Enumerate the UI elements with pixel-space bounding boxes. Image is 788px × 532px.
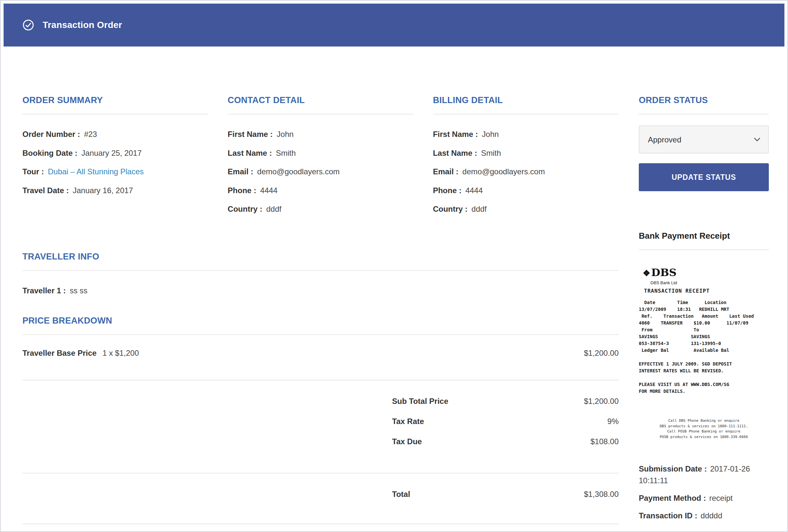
field-value: 4444 bbox=[260, 186, 277, 195]
field-value: 4444 bbox=[466, 186, 483, 195]
total-label: Total bbox=[392, 490, 410, 499]
contact-detail-section: CONTACT DETAIL First Name :John Last Nam… bbox=[228, 95, 413, 222]
travel-date-field: Travel Date :January 16, 2017 bbox=[22, 185, 208, 196]
tour-field: Tour :Dubai – All Stunning Places bbox=[22, 166, 208, 177]
page-title: Transaction Order bbox=[43, 20, 122, 30]
update-status-button[interactable]: UPDATE STATUS bbox=[639, 163, 769, 191]
booking-date-field: Booking Date :January 25, 2017 bbox=[22, 147, 208, 159]
field-label: Last Name : bbox=[433, 149, 477, 157]
field-value: John bbox=[482, 130, 499, 139]
contact-detail-heading: CONTACT DETAIL bbox=[228, 95, 413, 105]
tax-rate-value: 9% bbox=[424, 417, 618, 426]
divider bbox=[22, 270, 618, 271]
field-value: ddddd bbox=[701, 511, 722, 520]
field-label: Tour : bbox=[22, 167, 44, 176]
field-value: Smith bbox=[481, 149, 501, 157]
traveller-1-field: Traveller 1 :ss ss bbox=[22, 285, 618, 296]
tax-rate-row: Tax Rate 9% bbox=[22, 417, 618, 426]
bank-receipt-heading: Bank Payment Receipt bbox=[639, 231, 769, 241]
receipt-body-text: Date Time Location 13/07/2009 18:31 REDH… bbox=[639, 299, 769, 395]
traveller-info-fields: Traveller 1 :ss ss bbox=[22, 285, 618, 296]
field-label: Transaction ID : bbox=[639, 511, 697, 520]
phone-field: Phone :4444 bbox=[228, 185, 413, 196]
field-value: ss ss bbox=[70, 286, 87, 295]
line-item-label: Traveller Base Price bbox=[22, 349, 97, 358]
email-field: Email :demo@goodlayers.com bbox=[433, 166, 618, 177]
payment-method-field: Payment Method :receipt bbox=[639, 492, 769, 504]
bank-receipt-image: ❖ DBS DBS Bank Ltd TRANSACTION RECEIPT D… bbox=[639, 266, 769, 440]
subtotal-value: $1,200.00 bbox=[448, 397, 618, 406]
order-status-heading: ORDER STATUS bbox=[639, 95, 769, 105]
field-label: Email : bbox=[433, 167, 459, 176]
order-summary-fields: Order Number :#23 Booking Date :January … bbox=[22, 129, 208, 196]
last-name-field: Last Name :Smith bbox=[433, 147, 618, 159]
country-field: Country :dddf bbox=[433, 203, 618, 215]
receipt-bank-name: DBS Bank Ltd bbox=[650, 280, 769, 285]
dbs-logo-text: DBS bbox=[651, 266, 676, 279]
field-label: Booking Date : bbox=[22, 149, 77, 157]
submission-date-field: Submission Date :2017-01-26 10:11:11 bbox=[639, 463, 769, 487]
page-header: Transaction Order bbox=[4, 4, 784, 46]
field-label: Email : bbox=[228, 167, 253, 176]
field-value: Smith bbox=[276, 149, 296, 157]
field-label: First Name : bbox=[433, 130, 478, 139]
last-name-field: Last Name :Smith bbox=[228, 147, 413, 159]
traveller-info-section: TRAVELLER INFO Traveller 1 :ss ss bbox=[22, 252, 618, 296]
tax-due-label: Tax Due bbox=[392, 437, 422, 446]
transaction-order-page: Transaction Order ORDER SUMMARY Order Nu… bbox=[0, 0, 788, 532]
price-breakdown-section: PRICE BREAKDOWN Traveller Base Price 1 x… bbox=[22, 316, 618, 524]
tax-due-value: $108.00 bbox=[422, 437, 618, 446]
tour-link[interactable]: Dubai – All Stunning Places bbox=[48, 167, 144, 176]
dbs-logo: ❖ DBS bbox=[643, 266, 769, 279]
billing-detail-section: BILLING DETAIL First Name :John Last Nam… bbox=[433, 95, 618, 222]
divider bbox=[22, 524, 618, 524]
field-label: Last Name : bbox=[228, 149, 272, 157]
transaction-id-field: Transaction ID :ddddd bbox=[639, 510, 769, 521]
price-line-item: Traveller Base Price 1 x $1,200 $1,200.0… bbox=[22, 335, 618, 371]
check-circle-icon bbox=[22, 19, 34, 31]
field-label: Country : bbox=[433, 204, 468, 213]
field-value: January 25, 2017 bbox=[81, 149, 141, 157]
field-value: January 16, 2017 bbox=[73, 186, 133, 195]
divider bbox=[228, 114, 413, 115]
price-breakdown-heading: PRICE BREAKDOWN bbox=[22, 316, 618, 326]
first-name-field: First Name :John bbox=[228, 129, 413, 140]
order-summary-section: ORDER SUMMARY Order Number :#23 Booking … bbox=[22, 95, 208, 222]
field-value: receipt bbox=[709, 494, 733, 503]
field-label: Country : bbox=[228, 204, 262, 213]
divider bbox=[639, 114, 769, 115]
divider bbox=[22, 114, 208, 115]
status-select-wrap: Approved bbox=[639, 125, 769, 154]
subtotal-label: Sub Total Price bbox=[392, 397, 448, 406]
content-area: ORDER SUMMARY Order Number :#23 Booking … bbox=[4, 46, 784, 528]
traveller-info-heading: TRAVELLER INFO bbox=[22, 252, 618, 262]
field-value: dddf bbox=[266, 204, 281, 213]
price-summary: Sub Total Price $1,200.00 Tax Rate 9% Ta… bbox=[22, 380, 618, 465]
field-label: Payment Method : bbox=[639, 494, 706, 503]
phone-field: Phone :4444 bbox=[433, 185, 618, 196]
total-value: $1,308.00 bbox=[410, 490, 618, 499]
line-item-amount: $1,200.00 bbox=[584, 349, 618, 358]
total-row: Total $1,308.00 bbox=[22, 473, 618, 515]
subtotal-row: Sub Total Price $1,200.00 bbox=[22, 397, 618, 406]
field-label: Phone : bbox=[433, 186, 461, 195]
field-value: demo@goodlayers.com bbox=[462, 167, 545, 176]
field-label: Submission Date : bbox=[639, 465, 707, 473]
field-value: demo@goodlayers.com bbox=[257, 167, 340, 176]
field-label: Phone : bbox=[228, 186, 256, 195]
billing-detail-fields: First Name :John Last Name :Smith Email … bbox=[433, 129, 618, 215]
main-column: ORDER SUMMARY Order Number :#23 Booking … bbox=[22, 95, 618, 528]
receipt-title: TRANSACTION RECEIPT bbox=[644, 288, 769, 294]
order-status-select[interactable]: Approved bbox=[639, 125, 769, 154]
field-label: Travel Date : bbox=[22, 186, 69, 195]
country-field: Country :dddf bbox=[228, 203, 413, 215]
first-name-field: First Name :John bbox=[433, 129, 618, 140]
field-label: Traveller 1 : bbox=[22, 286, 66, 295]
order-summary-heading: ORDER SUMMARY bbox=[22, 95, 208, 105]
order-status-sidebar: ORDER STATUS Approved UPDATE STATUS Bank… bbox=[639, 95, 769, 528]
tax-rate-label: Tax Rate bbox=[392, 417, 424, 426]
field-value: John bbox=[277, 130, 294, 139]
dbs-logo-icon: ❖ bbox=[643, 268, 650, 278]
field-value: dddf bbox=[471, 204, 487, 213]
divider bbox=[433, 114, 618, 115]
